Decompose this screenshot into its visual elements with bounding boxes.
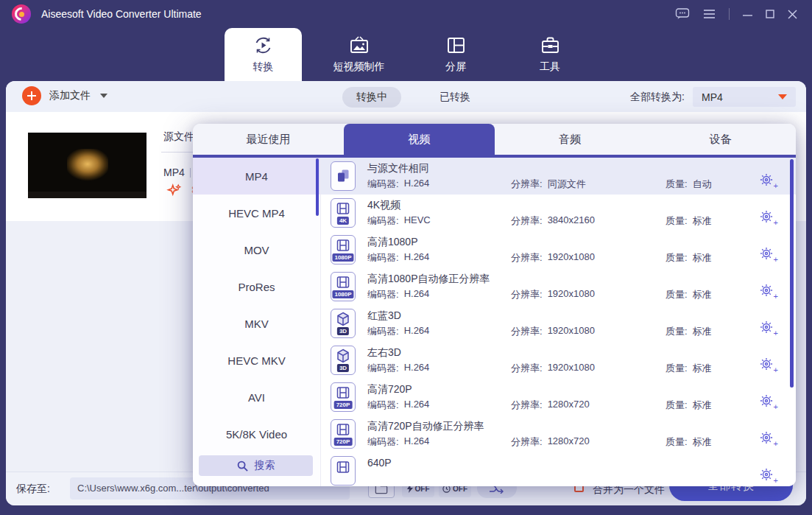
profile-title: 左右3D xyxy=(367,346,401,360)
encoder-info: 编码器:H.264 xyxy=(367,325,429,338)
sidebar-format-label: AVI xyxy=(248,391,265,404)
sidebar-format-item[interactable]: MOV xyxy=(193,231,320,268)
format-profile-row[interactable]: 720P 高清720P自动修正分辨率 编码器:H.264 分辨率:1280x72… xyxy=(321,416,796,452)
tab-device[interactable]: 设备 xyxy=(645,124,796,155)
profile-settings-gear-icon[interactable] xyxy=(760,320,774,335)
minimize-icon[interactable] xyxy=(743,10,752,18)
toolbox-icon xyxy=(540,35,560,55)
profile-settings-gear-icon[interactable] xyxy=(760,173,774,188)
output-format-select[interactable]: MP4 xyxy=(693,87,796,107)
sidebar-format-item[interactable]: MP4 xyxy=(193,158,320,195)
format-type-icon xyxy=(331,456,356,486)
sidebar-format-item[interactable]: ProRes xyxy=(193,268,320,305)
tab-split-screen[interactable]: 分屏 xyxy=(426,28,486,81)
menu-icon[interactable] xyxy=(703,9,716,19)
profile-settings-gear-icon[interactable] xyxy=(760,357,774,372)
format-sidebar: MP4 HEVC MP4 MOV ProRes MKV HEVC MKV AVI… xyxy=(193,158,321,486)
chevron-down-icon xyxy=(778,94,787,99)
profile-title: 高清1080P自动修正分辨率 xyxy=(367,273,490,286)
sidebar-format-label: HEVC MP4 xyxy=(228,207,285,220)
format-profile-row[interactable]: 720P 高清720P 编码器:H.264 分辨率:1280x720 质量:标准 xyxy=(321,379,796,416)
format-profile-row[interactable]: 3D 左右3D 编码器:H.264 分辨率:1920x1080 质量:标准 xyxy=(321,342,796,379)
sidebar-format-label: 5K/8K Video xyxy=(226,428,287,441)
list-scrollbar-thumb[interactable] xyxy=(790,159,794,388)
tab-toolbox[interactable]: 工具 xyxy=(518,28,582,81)
resolution-info: 分辨率:1280x720 xyxy=(511,399,590,412)
format-badge: 3D xyxy=(337,327,349,335)
encoder-info: 编码器:H.264 xyxy=(367,399,429,412)
profile-title: 高清1080P xyxy=(367,236,417,249)
titlebar: Aiseesoft Video Converter Ultimate xyxy=(0,0,812,28)
output-format-value: MP4 xyxy=(702,91,723,103)
quality-info: 质量:标准 xyxy=(666,214,712,228)
close-icon[interactable] xyxy=(788,10,797,19)
titlebar-separator xyxy=(729,8,730,20)
tab-recent[interactable]: 最近使用 xyxy=(193,124,344,155)
resolution-info: 分辨率:同源文件 xyxy=(511,178,586,191)
thumbnail-emblem xyxy=(67,149,108,183)
sidebar-format-label: MP4 xyxy=(245,170,268,183)
encoder-info: 编码器:H.264 xyxy=(367,288,429,301)
profile-settings-gear-icon[interactable] xyxy=(760,394,774,409)
format-type-icon: 720P xyxy=(331,382,356,412)
app-window: Aiseesoft Video Converter Ultimate xyxy=(0,0,812,515)
search-button-label: 搜索 xyxy=(255,459,275,472)
tab-convert-label: 转换 xyxy=(253,60,274,74)
tab-convert[interactable]: 转换 xyxy=(225,28,302,81)
profile-settings-gear-icon[interactable] xyxy=(760,210,774,225)
quality-info: 质量:标准 xyxy=(666,325,712,338)
split-screen-icon xyxy=(446,35,466,55)
profile-settings-gear-icon[interactable] xyxy=(760,431,774,446)
encoder-info: 编码器:HEVC xyxy=(367,214,431,228)
format-badge: 4K xyxy=(337,217,349,225)
filter-converted[interactable]: 已转换 xyxy=(439,91,470,104)
add-files-button[interactable]: 添加文件 xyxy=(22,86,107,105)
format-profile-row[interactable]: 1080P 高清1080P 编码器:H.264 分辨率:1920x1080 质量… xyxy=(321,231,796,268)
edit-effects-icon[interactable] xyxy=(166,183,182,201)
search-button[interactable]: 搜索 xyxy=(199,455,313,476)
sidebar-format-item[interactable]: HEVC MKV xyxy=(193,342,320,379)
format-profile-row[interactable]: 4K 4K视频 编码器:HEVC 分辨率:3840x2160 质量:标准 xyxy=(321,195,796,231)
format-profile-row[interactable]: 640P xyxy=(321,452,796,486)
tab-split-screen-label: 分屏 xyxy=(445,60,466,74)
quality-info: 质量:自动 xyxy=(666,178,712,191)
tab-video[interactable]: 视频 xyxy=(344,124,495,155)
sidebar-format-label: HEVC MKV xyxy=(227,354,285,367)
app-logo-icon xyxy=(12,4,31,24)
maximize-icon[interactable] xyxy=(766,10,774,18)
divider xyxy=(190,168,191,178)
format-type-icon: 1080P xyxy=(331,272,356,301)
format-type-icon: 720P xyxy=(331,419,356,449)
profile-title: 红蓝3D xyxy=(367,309,401,323)
resolution-info: 分辨率:1920x1080 xyxy=(511,325,595,338)
sidebar-format-item[interactable]: MKV xyxy=(193,305,320,342)
feedback-icon[interactable] xyxy=(675,7,690,21)
profile-title: 4K视频 xyxy=(367,199,400,212)
format-badge: 1080P xyxy=(332,253,353,262)
chevron-down-icon[interactable] xyxy=(100,94,107,98)
sidebar-scrollbar-thumb[interactable] xyxy=(316,158,319,216)
sidebar-format-item[interactable]: HEVC MP4 xyxy=(193,195,320,231)
thumbnail-strip xyxy=(28,192,146,198)
profile-title: 高清720P自动修正分辨率 xyxy=(367,420,484,433)
profile-settings-gear-icon[interactable] xyxy=(760,468,774,483)
save-to-label: 保存至: xyxy=(16,483,50,496)
format-profile-row[interactable]: 3D 红蓝3D 编码器:H.264 分辨率:1920x1080 质量:标准 xyxy=(321,305,796,342)
profile-settings-gear-icon[interactable] xyxy=(760,284,774,298)
convert-all-label: 全部转换为: xyxy=(630,91,685,104)
filter-converting[interactable]: 转换中 xyxy=(342,87,401,108)
profile-settings-gear-icon[interactable] xyxy=(760,247,774,262)
sidebar-format-item[interactable]: 5K/8K Video xyxy=(193,416,320,452)
format-profile-row[interactable]: 1080P 高清1080P自动修正分辨率 编码器:H.264 分辨率:1920x… xyxy=(321,268,796,305)
source-format-value: MP4 xyxy=(163,167,185,178)
video-thumbnail[interactable] xyxy=(28,133,146,198)
format-type-icon: 3D xyxy=(331,346,356,375)
tab-short-video[interactable]: 短视频制作 xyxy=(313,28,405,81)
format-profile-row[interactable]: 与源文件相同 编码器:H.264 分辨率:同源文件 质量:自动 xyxy=(321,158,796,195)
quality-info: 质量:标准 xyxy=(666,288,712,301)
sidebar-format-item[interactable]: AVI xyxy=(193,379,320,416)
tab-audio[interactable]: 音频 xyxy=(495,124,646,155)
tab-short-video-label: 短视频制作 xyxy=(333,60,385,74)
format-profile-list: 与源文件相同 编码器:H.264 分辨率:同源文件 质量:自动 xyxy=(321,158,796,486)
quality-info: 质量:标准 xyxy=(666,362,712,375)
